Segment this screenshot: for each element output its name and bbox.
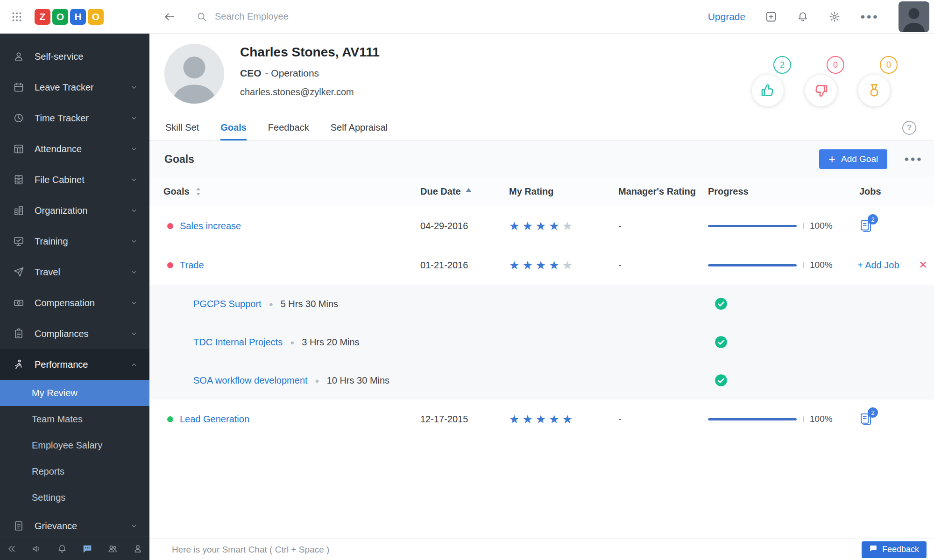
star-icon[interactable]: ★ [549,413,562,426]
thumbs-up-badge[interactable]: 2 [750,55,791,109]
star-icon[interactable]: ★ [562,259,575,272]
more-options-icon[interactable]: ●●● [860,11,879,23]
settings-gear-icon[interactable] [828,11,841,23]
star-icon[interactable]: ★ [536,413,549,426]
goal-link[interactable]: Lead Generation [180,414,249,425]
job-duration: 5 Hrs 30 Mins [281,299,338,309]
tab-goals[interactable]: Goals [220,115,247,140]
job-link[interactable]: SOA workflow development [193,375,308,386]
quick-add-icon[interactable] [765,11,777,23]
sidebar-item-label: Attendance [35,144,130,154]
star-icon[interactable]: ★ [549,219,562,233]
upgrade-link[interactable]: Upgrade [708,11,746,22]
presentation-icon [13,236,24,247]
job-done-check-icon[interactable] [715,336,728,349]
thumbs-down-icon [805,75,837,106]
thumbs-up-count: 2 [773,56,791,74]
chevron-down-icon [130,175,138,184]
star-icon[interactable]: ★ [562,413,575,426]
sidebar-item-travel[interactable]: Travel [0,257,149,287]
add-job-link[interactable]: + Add Job [857,260,899,271]
star-icon[interactable]: ★ [509,413,522,426]
sidebar-item-compliances[interactable]: Compliances [0,318,149,349]
star-icon[interactable]: ★ [549,259,562,272]
star-icon[interactable]: ★ [536,219,549,233]
sidebar-subitem-employee-salary[interactable]: Employee Salary [0,432,149,458]
performance-subnav: My ReviewTeam MatesEmployee SalaryReport… [0,380,149,511]
sidebar-item-attendance[interactable]: Attendance [0,133,149,164]
announcements-icon[interactable] [32,544,42,554]
employee-searchbox [196,11,416,22]
tab-feedback[interactable]: Feedback [268,115,309,140]
star-icon[interactable]: ★ [562,219,575,233]
thumbs-up-icon [752,75,784,106]
chevron-up-icon [130,360,138,369]
sidebar-item-time-tracker[interactable]: Time Tracker [0,103,149,133]
medal-badge[interactable]: 0 [856,55,898,109]
job-done-check-icon[interactable] [715,297,728,310]
tab-self-appraisal[interactable]: Self Appraisal [331,115,388,140]
app-launcher-icon[interactable] [11,11,22,22]
collapse-sidebar-icon[interactable] [163,11,176,23]
close-row-icon[interactable]: ✕ [919,259,928,271]
thumbs-down-badge[interactable]: 0 [803,55,844,109]
sort-goals-icon[interactable] [195,187,201,196]
sidebar-item-leave-tracker[interactable]: Leave Tracker [0,72,149,103]
job-link[interactable]: PGCPS Support [193,299,262,309]
sidebar-item-grievance[interactable]: Grievance [0,511,149,537]
goals-more-icon[interactable]: ●●● [904,153,923,165]
star-icon[interactable]: ★ [509,219,522,233]
topbar-brand: ZOHO [0,0,149,33]
sidebar-item-performance[interactable]: Performance [0,349,149,380]
collapse-panel-icon[interactable] [7,544,17,554]
job-row: SOA workflow development●10 Hrs 30 Mins [149,361,934,399]
goal-link[interactable]: Trade [180,260,204,271]
feedback-button[interactable]: Feedback [862,541,927,558]
star-icon[interactable]: ★ [522,219,535,233]
tab-skill-set[interactable]: Skill Set [165,115,199,140]
medal-count: 0 [880,56,898,74]
sidebar-item-self-service[interactable]: Self-service [0,41,149,72]
help-icon[interactable]: ? [902,121,916,135]
star-icon[interactable]: ★ [522,259,535,272]
goals-actions: + Add Goal ●●● [819,149,923,169]
zoho-logo-letter: O [52,9,68,25]
sidebar-item-compensation[interactable]: Compensation [0,287,149,318]
employee-email: charles.stones@zylker.com [240,87,380,98]
goal-due-date: 01-21-2016 [411,260,490,271]
profile-person-icon[interactable] [133,544,143,554]
notifications-bell-icon[interactable] [797,11,809,23]
column-goals[interactable]: Goals [163,186,411,197]
chat-bubble-icon[interactable] [82,544,92,554]
job-link[interactable]: TDC Internal Projects [193,337,283,348]
add-goal-button[interactable]: + Add Goal [819,149,887,169]
column-due-date[interactable]: Due Date [411,186,490,197]
colleagues-icon[interactable] [107,544,118,554]
sidebar-subitem-settings[interactable]: Settings [0,484,149,511]
goal-link[interactable]: Sales increase [180,221,241,231]
sidebar-item-file-cabinet[interactable]: File Cabinet [0,164,149,195]
sidebar-item-label: Compensation [35,298,130,308]
topbar-main: Upgrade ●●● [149,0,934,33]
jobs-count-badge: 2 [868,214,878,224]
sidebar-item-training[interactable]: Training [0,226,149,257]
goal-status-dot [167,262,173,268]
smart-chat-input[interactable]: Here is your Smart Chat ( Ctrl + Space ) [172,545,329,555]
goal-manager-rating: - [607,414,696,425]
sidebar-subitem-my-review[interactable]: My Review [0,380,149,406]
star-icon[interactable]: ★ [522,413,535,426]
jobs-document-icon[interactable]: 2 [859,412,872,426]
sidebar-subitem-reports[interactable]: Reports [0,458,149,484]
job-done-check-icon[interactable] [715,374,728,387]
sidebar-subitem-team-mates[interactable]: Team Mates [0,406,149,432]
user-avatar[interactable] [899,1,929,32]
alerts-bell-icon[interactable] [57,544,67,554]
jobs-document-icon[interactable]: 2 [859,219,872,233]
progress-bar [708,225,797,227]
star-icon[interactable]: ★ [509,259,522,272]
search-input[interactable] [215,11,416,22]
employee-name: Charles Stones, AV111 [240,45,380,60]
job-duration: 3 Hrs 20 Mins [302,337,359,348]
star-icon[interactable]: ★ [536,259,549,272]
sidebar-item-organization[interactable]: Organization [0,195,149,226]
